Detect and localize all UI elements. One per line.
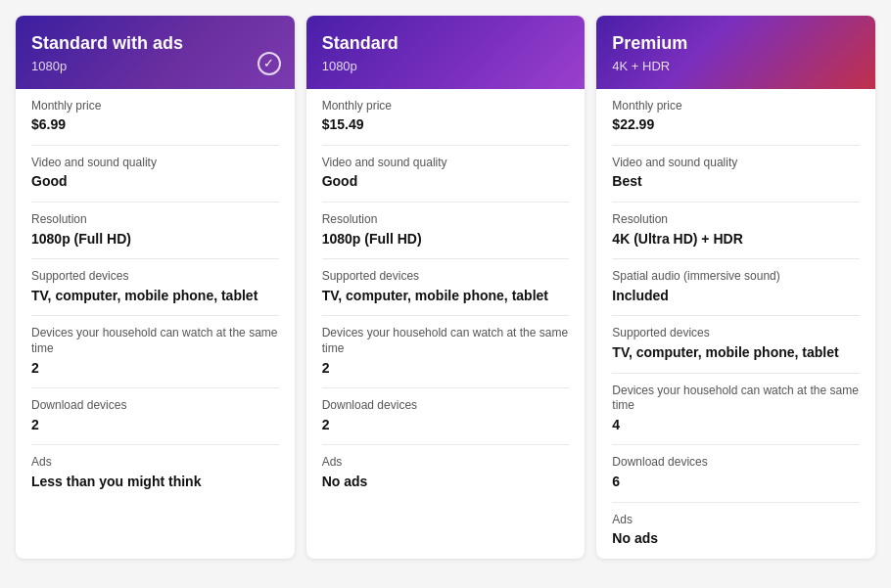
- row-label-standard-ads-6: Ads: [31, 455, 279, 471]
- row-label-premium-2: Resolution: [612, 212, 860, 228]
- row-value-premium-0: $22.99: [612, 115, 860, 135]
- row-value-standard-3: TV, computer, mobile phone, tablet: [322, 287, 570, 306]
- row-value-standard-0: $15.49: [322, 115, 570, 135]
- row-value-standard-ads-1: Good: [31, 172, 279, 192]
- row-label-standard-2: Resolution: [322, 212, 570, 228]
- plan-row-standard-ads-2: Resolution1080p (Full HD): [31, 203, 279, 259]
- row-value-standard-ads-3: TV, computer, mobile phone, tablet: [31, 287, 279, 306]
- row-value-standard-ads-0: $6.99: [31, 115, 279, 135]
- plan-header-standard: Standard1080p: [306, 16, 586, 89]
- row-value-premium-7: No ads: [612, 529, 860, 549]
- plan-title-standard-ads: Standard with ads: [31, 33, 279, 55]
- plan-resolution-premium: 4K + HDR: [612, 59, 860, 73]
- row-value-standard-ads-4: 2: [31, 359, 279, 379]
- plan-title-premium: Premium: [612, 33, 860, 55]
- row-label-standard-ads-4: Devices your household can watch at the …: [31, 326, 279, 356]
- plan-row-premium-2: Resolution4K (Ultra HD) + HDR: [612, 203, 860, 259]
- row-value-premium-3: Included: [612, 287, 860, 306]
- row-value-standard-ads-6: Less than you might think: [31, 473, 279, 492]
- plan-card-standard[interactable]: Standard1080pMonthly price$15.49Video an…: [306, 16, 586, 559]
- plan-body-premium: Monthly price$22.99Video and sound quali…: [596, 89, 875, 559]
- plan-row-premium-1: Video and sound qualityBest: [612, 146, 860, 203]
- row-label-standard-ads-1: Video and sound quality: [31, 156, 279, 171]
- row-label-premium-1: Video and sound quality: [612, 156, 860, 171]
- plans-container: Standard with ads1080p✓Monthly price$6.9…: [16, 16, 875, 559]
- plan-header-premium: Premium4K + HDR: [596, 16, 875, 89]
- plan-row-standard-3: Supported devicesTV, computer, mobile ph…: [322, 259, 570, 316]
- plan-row-premium-3: Spatial audio (immersive sound)Included: [612, 259, 860, 316]
- plan-row-standard-ads-6: AdsLess than you might think: [31, 445, 279, 501]
- row-label-standard-ads-3: Supported devices: [31, 269, 279, 285]
- plan-row-premium-0: Monthly price$22.99: [612, 89, 860, 146]
- row-value-standard-1: Good: [322, 172, 570, 192]
- plan-row-standard-6: AdsNo ads: [322, 445, 570, 501]
- row-label-standard-6: Ads: [322, 455, 570, 471]
- row-label-premium-6: Download devices: [612, 455, 860, 471]
- selected-checkmark-icon: ✓: [258, 52, 281, 75]
- plan-body-standard: Monthly price$15.49Video and sound quali…: [306, 89, 586, 502]
- row-label-premium-3: Spatial audio (immersive sound): [612, 269, 860, 285]
- plan-row-premium-7: AdsNo ads: [612, 503, 860, 559]
- plan-row-standard-1: Video and sound qualityGood: [322, 146, 570, 203]
- row-label-premium-4: Supported devices: [612, 326, 860, 341]
- row-value-premium-4: TV, computer, mobile phone, tablet: [612, 343, 860, 363]
- plan-row-standard-ads-3: Supported devicesTV, computer, mobile ph…: [31, 259, 279, 316]
- row-label-standard-3: Supported devices: [322, 269, 570, 285]
- plan-title-standard: Standard: [322, 33, 570, 55]
- plan-row-standard-ads-5: Download devices2: [31, 388, 279, 445]
- plan-header-standard-ads: Standard with ads1080p✓: [16, 16, 295, 89]
- row-label-premium-5: Devices your household can watch at the …: [612, 384, 860, 414]
- plan-card-standard-ads[interactable]: Standard with ads1080p✓Monthly price$6.9…: [16, 16, 295, 559]
- plan-row-premium-5: Devices your household can watch at the …: [612, 374, 860, 446]
- plan-row-standard-2: Resolution1080p (Full HD): [322, 203, 570, 259]
- plan-row-premium-4: Supported devicesTV, computer, mobile ph…: [612, 316, 860, 373]
- row-label-premium-0: Monthly price: [612, 99, 860, 114]
- plan-resolution-standard-ads: 1080p: [31, 59, 279, 73]
- row-label-standard-ads-5: Download devices: [31, 398, 279, 414]
- plan-row-standard-ads-1: Video and sound qualityGood: [31, 146, 279, 203]
- row-label-standard-ads-2: Resolution: [31, 212, 279, 228]
- plan-card-premium[interactable]: Premium4K + HDRMonthly price$22.99Video …: [596, 16, 875, 559]
- row-value-premium-6: 6: [612, 473, 860, 492]
- plan-row-standard-ads-0: Monthly price$6.99: [31, 89, 279, 146]
- row-value-premium-2: 4K (Ultra HD) + HDR: [612, 230, 860, 249]
- row-label-standard-0: Monthly price: [322, 99, 570, 114]
- row-value-premium-1: Best: [612, 172, 860, 192]
- row-label-standard-ads-0: Monthly price: [31, 99, 279, 114]
- row-value-standard-5: 2: [322, 416, 570, 435]
- plan-row-standard-5: Download devices2: [322, 388, 570, 445]
- row-value-standard-6: No ads: [322, 473, 570, 492]
- row-value-standard-4: 2: [322, 359, 570, 379]
- row-value-standard-ads-2: 1080p (Full HD): [31, 230, 279, 249]
- row-value-standard-ads-5: 2: [31, 416, 279, 435]
- row-label-standard-5: Download devices: [322, 398, 570, 414]
- plan-row-premium-6: Download devices6: [612, 445, 860, 502]
- plan-row-standard-0: Monthly price$15.49: [322, 89, 570, 146]
- row-label-premium-7: Ads: [612, 513, 860, 528]
- plan-row-standard-ads-4: Devices your household can watch at the …: [31, 316, 279, 388]
- row-value-standard-2: 1080p (Full HD): [322, 230, 570, 249]
- plan-body-standard-ads: Monthly price$6.99Video and sound qualit…: [16, 89, 295, 502]
- plan-row-standard-4: Devices your household can watch at the …: [322, 316, 570, 388]
- row-value-premium-5: 4: [612, 416, 860, 435]
- row-label-standard-1: Video and sound quality: [322, 156, 570, 171]
- row-label-standard-4: Devices your household can watch at the …: [322, 326, 570, 356]
- plan-resolution-standard: 1080p: [322, 59, 570, 73]
